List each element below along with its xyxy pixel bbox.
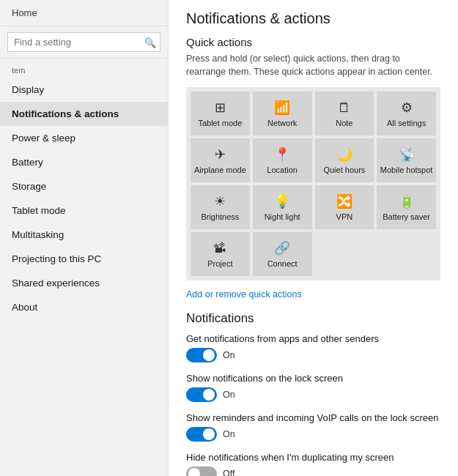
sidebar-item-multitasking[interactable]: Multitasking (0, 223, 168, 247)
notif-label-duplicate: Hide notifications when I'm duplicating … (186, 452, 440, 463)
night-light-icon: 💡 (274, 193, 290, 209)
quick-action-airplane-mode[interactable]: ✈Airplane mode (191, 138, 250, 182)
connect-icon: 🔗 (274, 240, 290, 256)
quick-action-tablet-mode[interactable]: ⊞Tablet mode (191, 92, 250, 135)
notifications-title: Notifications (186, 311, 440, 326)
page-title: Notifications & actions (186, 10, 440, 27)
quick-actions-title: Quick actions (186, 36, 440, 48)
toggle-knob-apps-notif (203, 349, 215, 361)
toggle-state-apps-notif: On (223, 350, 235, 360)
note-icon: 🗒 (338, 100, 351, 116)
sidebar-item-display[interactable]: Display (0, 78, 168, 102)
network-icon: 📶 (274, 100, 290, 116)
all-settings-label: All settings (387, 119, 426, 128)
quick-actions-description: Press and hold (or select) quick actions… (186, 53, 440, 78)
quick-action-project[interactable]: 📽Project (191, 232, 250, 276)
toggle-knob-lock-screen (203, 389, 215, 401)
sidebar-item-projecting[interactable]: Projecting to this PC (0, 247, 168, 271)
toggle-voip[interactable] (186, 427, 217, 442)
sidebar-nav: DisplayNotifications & actionsPower & sl… (0, 78, 168, 319)
network-label: Network (267, 119, 297, 128)
notif-row-lock-screen: Show notifications on the lock screenOn (186, 373, 440, 402)
toggle-state-lock-screen: On (223, 390, 235, 400)
all-settings-icon: ⚙ (401, 100, 413, 116)
connect-label: Connect (267, 259, 298, 269)
toggle-lock-screen[interactable] (186, 387, 217, 402)
brightness-label: Brightness (201, 212, 239, 222)
project-icon: 📽 (213, 241, 226, 256)
notif-label-apps-notif: Get notifications from apps and other se… (186, 333, 440, 344)
sidebar-item-notifications[interactable]: Notifications & actions (0, 102, 168, 126)
sidebar: Home 🔍 tem DisplayNotifications & action… (0, 0, 169, 476)
vpn-icon: 🔀 (336, 193, 352, 209)
quiet-hours-label: Quiet hours (323, 166, 365, 175)
quick-action-mobile-hotspot[interactable]: 📡Mobile hotspot (377, 138, 436, 182)
search-input[interactable] (7, 32, 160, 52)
sidebar-search-container: 🔍 (0, 26, 168, 59)
quick-action-night-light[interactable]: 💡Night light (253, 185, 312, 229)
project-label: Project (207, 259, 232, 269)
notif-row-voip: Show reminders and incoming VoIP calls o… (186, 412, 440, 442)
toggle-knob-duplicate (188, 468, 200, 476)
battery-saver-label: Battery saver (383, 212, 430, 222)
quiet-hours-icon: 🌙 (336, 146, 352, 163)
quick-actions-grid: ⊞Tablet mode📶Network🗒Note⚙All settings✈A… (186, 87, 440, 280)
search-icon: 🔍 (144, 37, 156, 48)
quick-action-brightness[interactable]: ☀Brightness (191, 185, 250, 229)
notif-row-apps-notif: Get notifications from apps and other se… (186, 333, 440, 362)
notifications-rows: Get notifications from apps and other se… (186, 333, 440, 476)
quick-action-quiet-hours[interactable]: 🌙Quiet hours (315, 138, 374, 182)
main-content: Notifications & actions Quick actions Pr… (169, 0, 458, 476)
location-icon: 📍 (274, 146, 290, 163)
location-label: Location (267, 166, 298, 175)
tablet-mode-icon: ⊞ (215, 100, 226, 116)
mobile-hotspot-icon: 📡 (399, 146, 415, 163)
quick-action-battery-saver[interactable]: 🔋Battery saver (377, 185, 436, 229)
notif-label-voip: Show reminders and incoming VoIP calls o… (186, 412, 440, 423)
airplane-mode-label: Airplane mode (194, 166, 246, 175)
notif-row-duplicate: Hide notifications when I'm duplicating … (186, 452, 440, 476)
notif-label-lock-screen: Show notifications on the lock screen (186, 373, 440, 384)
night-light-label: Night light (265, 212, 300, 222)
sidebar-item-shared[interactable]: Shared experiences (0, 271, 168, 295)
sidebar-item-about[interactable]: About (0, 295, 168, 319)
quick-action-note[interactable]: 🗒Note (315, 92, 374, 135)
sidebar-home[interactable]: Home (0, 0, 168, 26)
note-label: Note (336, 119, 352, 128)
brightness-icon: ☀ (214, 193, 226, 209)
mobile-hotspot-label: Mobile hotspot (380, 166, 433, 175)
toggle-apps-notif[interactable] (186, 348, 217, 362)
add-remove-link[interactable]: Add or remove quick actions (186, 289, 302, 300)
toggle-state-duplicate: Off (223, 469, 234, 476)
toggle-state-voip: On (223, 429, 235, 439)
sidebar-home-label: Home (12, 7, 37, 18)
quick-action-connect[interactable]: 🔗Connect (253, 232, 312, 276)
quick-action-all-settings[interactable]: ⚙All settings (377, 92, 436, 135)
toggle-duplicate[interactable] (186, 466, 217, 476)
vpn-label: VPN (336, 212, 353, 222)
quick-action-vpn[interactable]: 🔀VPN (315, 185, 374, 229)
sidebar-section-label: tem (0, 59, 168, 78)
sidebar-item-tablet[interactable]: Tablet mode (0, 198, 168, 223)
sidebar-item-storage[interactable]: Storage (0, 174, 168, 198)
toggle-knob-voip (203, 428, 215, 440)
battery-saver-icon: 🔋 (399, 193, 415, 209)
airplane-mode-icon: ✈ (215, 146, 226, 163)
quick-action-location[interactable]: 📍Location (253, 138, 312, 182)
sidebar-item-power[interactable]: Power & sleep (0, 126, 168, 150)
tablet-mode-label: Tablet mode (198, 119, 242, 128)
quick-action-network[interactable]: 📶Network (253, 92, 312, 135)
sidebar-item-battery[interactable]: Battery (0, 150, 168, 174)
